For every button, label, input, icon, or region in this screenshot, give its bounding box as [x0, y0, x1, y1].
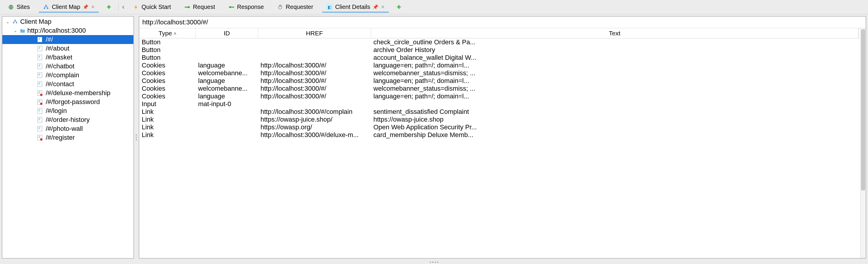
close-icon[interactable]: ✕	[381, 4, 385, 10]
tree-host-label: http://localhost:3000	[27, 27, 86, 34]
tab-sites[interactable]: Sites	[2, 2, 35, 12]
right-pane: http://localhost:3000/#/ Type ʌ ID HREF	[139, 16, 866, 259]
tree-item-label: /#/contact	[46, 80, 74, 88]
top-tabbar: Sites Client Map 📌 ✕ + ‹ Quick Start Req…	[0, 0, 868, 14]
table-row[interactable]: Linkhttp://localhost:3000/#/complainsent…	[139, 108, 866, 116]
tree-item-label: /#/login	[46, 107, 67, 115]
page-icon	[37, 117, 42, 122]
scrollbar-thumb[interactable]	[861, 29, 865, 190]
table-row[interactable]: Linkhttp://localhost:3000/#/deluxe-m...c…	[139, 131, 866, 139]
cell-href: http://localhost:3000/#/	[258, 69, 371, 77]
globe-icon	[8, 4, 14, 10]
cell-type: Cookies	[139, 62, 196, 69]
table-row[interactable]: Buttonaccount_balance_wallet Digital W..…	[139, 54, 866, 62]
table-row[interactable]: Cookieslanguagehttp://localhost:3000/#/l…	[139, 92, 866, 100]
vertical-splitter[interactable]	[134, 14, 139, 260]
cell-href: https://owasp-juice.shop/	[258, 116, 371, 123]
col-type[interactable]: Type ʌ	[139, 28, 196, 38]
tab-response[interactable]: Response	[223, 2, 269, 12]
separator	[118, 2, 119, 12]
tree-item[interactable]: /#/basket	[2, 53, 133, 62]
cell-text: https://owasp-juice.shop	[371, 116, 866, 123]
table-body[interactable]: Buttoncheck_circle_outline Orders & Pa..…	[139, 38, 866, 258]
bolt-icon	[133, 4, 139, 10]
collapse-icon[interactable]: ⌄	[13, 28, 18, 33]
page-icon	[37, 108, 42, 114]
table-row[interactable]: Cookieslanguagehttp://localhost:3000/#/l…	[139, 62, 866, 69]
tab-request[interactable]: Request	[179, 2, 221, 12]
tab-client-map-label: Client Map	[52, 4, 80, 10]
tree-item[interactable]: /#/login	[2, 107, 133, 115]
add-left-tab-button[interactable]: +	[101, 2, 117, 11]
table-row[interactable]: Linkhttps://owasp.org/Open Web Applicati…	[139, 123, 866, 131]
table-row[interactable]: Cookieswelcomebanne...http://localhost:3…	[139, 69, 866, 77]
cell-type: Cookies	[139, 85, 196, 92]
tree-item[interactable]: /#/register	[2, 133, 133, 142]
tree-item-label: /#/	[46, 36, 53, 43]
table-row[interactable]: Linkhttps://owasp-juice.shop/https://owa…	[139, 116, 866, 123]
cell-text: sentiment_dissatisfied Complaint	[371, 108, 866, 116]
table-row[interactable]: Buttonarchive Order History	[139, 46, 866, 54]
pin-icon[interactable]: 📌	[83, 4, 89, 10]
cell-type: Link	[139, 131, 196, 139]
tab-sites-label: Sites	[17, 4, 30, 10]
pin-icon[interactable]: 📌	[373, 4, 378, 10]
tab-quick-start[interactable]: Quick Start	[127, 2, 177, 12]
cell-text: Open Web Application Security Pr...	[371, 123, 866, 131]
tab-requester[interactable]: Requester	[272, 2, 318, 12]
client-details-icon: ◧	[326, 4, 333, 10]
close-icon[interactable]: ✕	[91, 4, 95, 10]
tree-item[interactable]: /#/order-history	[2, 115, 133, 124]
chevron-left-icon[interactable]: ‹	[120, 3, 126, 11]
col-type-label: Type	[159, 30, 172, 37]
tree-item[interactable]: /#/chatbot	[2, 62, 133, 71]
cell-href: https://owasp.org/	[258, 123, 371, 131]
table-row[interactable]: Cookieslanguagehttp://localhost:3000/#/l…	[139, 77, 866, 85]
main-split: ⌄ Client Map ⌄ http://localhost:3000 /#/…	[0, 14, 868, 260]
add-right-tab-button[interactable]: +	[391, 2, 406, 11]
page-icon	[37, 37, 42, 42]
tree-item[interactable]: /#/about	[2, 44, 133, 53]
tree-item[interactable]: /#/forgot-password	[2, 97, 133, 107]
tree-item[interactable]: /#/	[2, 35, 133, 44]
cell-href: http://localhost:3000/#/	[258, 92, 371, 100]
tree-root[interactable]: ⌄ Client Map	[2, 17, 133, 26]
tree-item-label: /#/basket	[46, 54, 72, 61]
cell-id: welcomebanne...	[196, 85, 258, 92]
tab-requester-label: Requester	[286, 4, 313, 10]
page-icon	[37, 135, 42, 140]
svg-rect-5	[13, 22, 14, 23]
cell-type: Cookies	[139, 92, 196, 100]
tree[interactable]: ⌄ Client Map ⌄ http://localhost:3000 /#/…	[2, 17, 133, 258]
page-icon	[37, 82, 42, 87]
cell-type: Cookies	[139, 69, 196, 77]
tree-host[interactable]: ⌄ http://localhost:3000	[2, 26, 133, 35]
tab-client-map[interactable]: Client Map 📌 ✕	[37, 2, 100, 12]
vertical-scrollbar[interactable]	[860, 28, 866, 258]
tree-item[interactable]: /#/contact	[2, 80, 133, 89]
cell-text: welcomebanner_status=dismiss; ...	[371, 85, 866, 92]
arrow-right-icon	[184, 4, 191, 10]
tab-client-details[interactable]: ◧ Client Details 📌 ✕	[321, 2, 390, 12]
tab-quick-start-label: Quick Start	[142, 4, 171, 10]
table-row[interactable]: Cookieswelcomebanne...http://localhost:3…	[139, 85, 866, 92]
tab-response-label: Response	[237, 4, 264, 10]
cell-type: Cookies	[139, 77, 196, 85]
col-id[interactable]: ID	[196, 28, 258, 38]
table-row[interactable]: Buttoncheck_circle_outline Orders & Pa..…	[139, 38, 866, 46]
collapse-icon[interactable]: ⌄	[5, 19, 10, 24]
cell-type: Button	[139, 46, 196, 54]
col-href[interactable]: HREF	[258, 28, 371, 38]
horizontal-splitter[interactable]	[0, 260, 868, 264]
tree-item-label: /#/about	[46, 45, 69, 52]
cell-id: welcomebanne...	[196, 69, 258, 77]
tree-item[interactable]: /#/deluxe-membership	[2, 89, 133, 97]
tree-item[interactable]: /#/complain	[2, 71, 133, 80]
cell-href: http://localhost:3000/#/complain	[258, 108, 371, 116]
col-text[interactable]: Text	[371, 28, 859, 38]
cell-type: Input	[139, 100, 196, 108]
cell-href: http://localhost:3000/#/	[258, 85, 371, 92]
table-row[interactable]: Inputmat-input-0	[139, 100, 866, 108]
tree-item[interactable]: /#/photo-wall	[2, 124, 133, 133]
cell-type: Link	[139, 108, 196, 116]
